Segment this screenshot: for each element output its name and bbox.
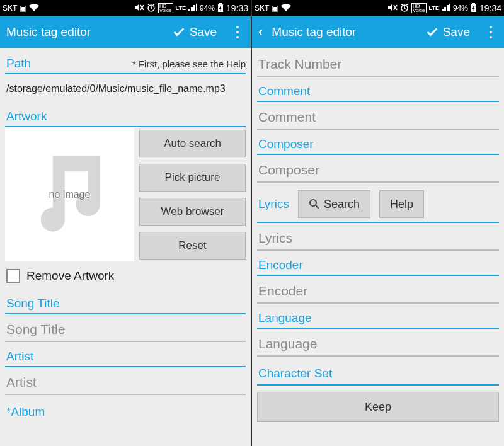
svg-rect-5 [472,3,475,4]
artwork-preview[interactable]: no image [5,127,134,261]
battery-icon [471,3,477,14]
screenshot-icon: ▣ [272,4,278,13]
status-bar: SKT ▣ HDVoice LTE 94% 19:34 [252,0,504,16]
lyrics-label: Lyrics [258,197,289,211]
pick-picture-button[interactable]: Pick picture [139,164,246,192]
mute-icon [387,3,398,14]
battery-pct: 94% [200,4,215,13]
screen-left: SKT ▣ HDVoice LTE 94% 19:33 [0,0,252,446]
lyrics-help-button[interactable]: Help [379,190,424,218]
song-title-label: Song Title [5,293,246,314]
mute-icon [134,3,144,14]
comment-input[interactable]: Comment [257,102,499,130]
wifi-icon [29,4,39,13]
app-bar: Music tag editor Save [0,16,251,48]
app-bar: ‹ Music tag editor Save [252,16,504,48]
check-icon [425,25,439,39]
wifi-icon [281,4,291,13]
path-label: Path [5,53,32,73]
app-title: Music tag editor [272,25,418,39]
path-value: /storage/emulated/0/Music/music_file_nam… [5,74,246,106]
save-button[interactable]: Save [172,25,217,39]
artist-label: Artist [5,346,246,367]
artwork-label: Artwork [5,106,246,127]
carrier-label: SKT [3,4,17,13]
language-label: Language [257,307,499,329]
carrier-label: SKT [255,4,269,13]
alarm-icon [147,3,156,14]
save-label: Save [443,25,470,39]
signal-icon [442,4,450,13]
remove-artwork-checkbox[interactable] [6,269,20,283]
charset-label: Character Set [257,362,499,386]
encoder-input[interactable]: Encoder [257,276,499,304]
content-left: Path * First, please see the Help /stora… [0,48,251,446]
check-icon [172,25,186,39]
song-title-input[interactable]: Song Title [5,314,246,342]
svg-rect-2 [219,3,222,4]
lyrics-search-button[interactable]: Search [298,190,370,218]
no-image-label: no image [49,189,91,200]
language-input[interactable]: Language [257,329,499,357]
menu-button[interactable] [231,26,244,38]
path-section-header: Path * First, please see the Help [5,48,246,74]
clock: 19:33 [226,3,248,13]
hd-voice-icon: HDVoice [158,3,173,13]
help-note[interactable]: * First, please see the Help [132,59,246,69]
menu-button[interactable] [484,26,498,38]
lte-icon: LTE [429,5,439,11]
hd-voice-icon: HDVoice [411,3,427,13]
encoder-label: Encoder [257,254,499,276]
alarm-icon [400,3,409,14]
back-button[interactable]: ‹ [258,24,263,40]
clock: 19:34 [479,3,501,13]
screen-right: SKT ▣ HDVoice LTE 94% 19:34 [252,0,504,446]
lte-icon: LTE [176,5,186,11]
signal-icon [188,4,197,13]
comment-label: Comment [257,81,499,102]
composer-input[interactable]: Composer [257,155,499,183]
save-button[interactable]: Save [425,25,470,39]
album-label: *Album [5,400,246,420]
web-browser-button[interactable]: Web browser [139,198,246,226]
lyrics-input[interactable]: Lyrics [257,223,499,251]
composer-label: Composer [257,134,499,155]
app-title: Music tag editor [6,25,166,39]
lyrics-section-header: Lyrics Search Help [257,186,499,223]
save-label: Save [190,25,217,39]
svg-point-6 [310,200,316,206]
auto-search-button[interactable]: Auto search [139,130,246,157]
battery-icon [217,3,224,14]
status-bar: SKT ▣ HDVoice LTE 94% 19:33 [0,0,251,16]
search-icon [309,198,320,210]
reset-button[interactable]: Reset [139,232,246,260]
track-number-input[interactable]: Track Number [257,52,499,77]
artist-input[interactable]: Artist [5,367,246,395]
battery-pct: 94% [453,4,468,13]
remove-artwork-label: Remove Artwork [26,269,114,283]
charset-keep-button[interactable]: Keep [257,392,499,422]
remove-artwork-row[interactable]: Remove Artwork [5,265,246,289]
content-right: Track Number Comment Comment Composer Co… [252,48,504,446]
screenshot-icon: ▣ [20,4,26,13]
